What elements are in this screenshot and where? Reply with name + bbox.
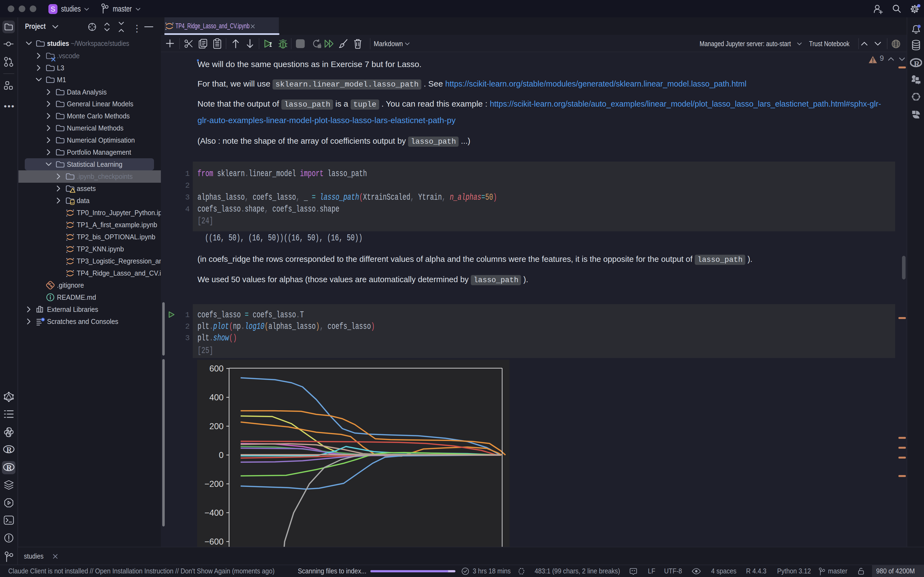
svg-text:−600: −600 [204, 537, 224, 546]
svg-text:−200: −200 [204, 479, 224, 489]
svg-text:R: R [6, 463, 12, 472]
svg-text:0: 0 [219, 450, 224, 460]
svg-text:600: 600 [209, 364, 224, 373]
svg-text:R: R [914, 59, 920, 68]
svg-text:−400: −400 [204, 508, 224, 517]
svg-text:400: 400 [209, 393, 224, 402]
svg-text:200: 200 [209, 421, 224, 431]
svg-text:R: R [6, 445, 12, 454]
